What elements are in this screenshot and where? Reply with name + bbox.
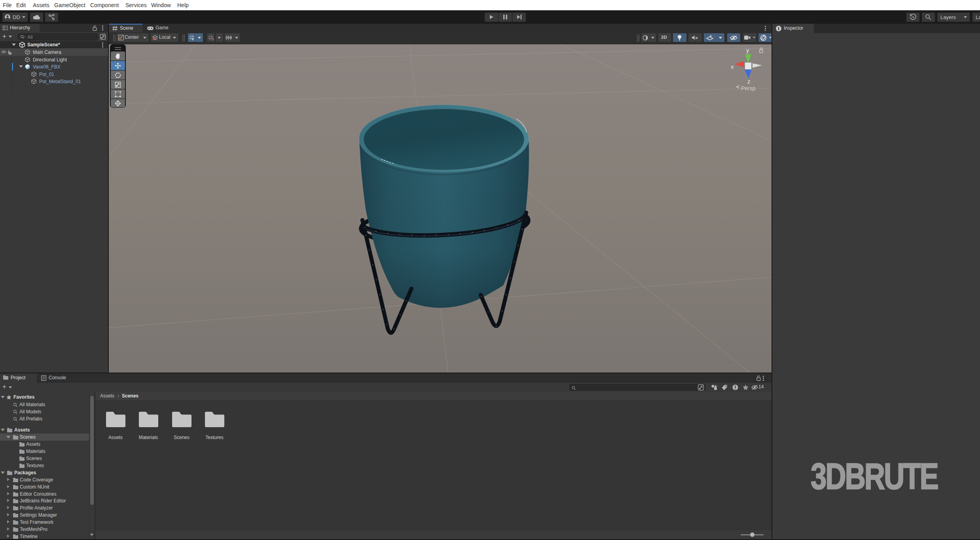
svg-text:x: x (731, 63, 734, 70)
svg-text:y: y (746, 47, 749, 53)
svg-text:z: z (747, 78, 751, 85)
svg-text:Y: Y (192, 38, 194, 41)
svg-text:Persp: Persp (741, 85, 756, 91)
